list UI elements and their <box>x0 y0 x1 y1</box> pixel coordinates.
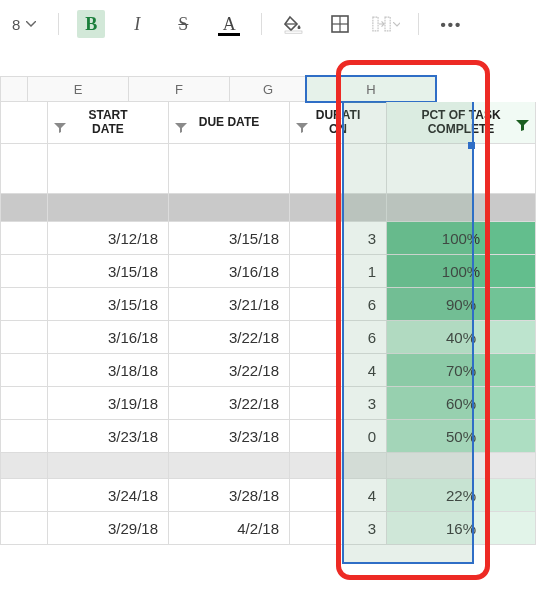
row-gutter[interactable] <box>0 453 48 479</box>
cell-due[interactable] <box>169 144 290 194</box>
cell-start[interactable]: 3/15/18 <box>48 288 169 321</box>
cell-dur[interactable]: 1 <box>290 255 387 288</box>
cell-dur[interactable] <box>290 144 387 194</box>
cell-due[interactable]: 3/15/18 <box>169 222 290 255</box>
cell-dur[interactable] <box>290 194 387 222</box>
text-color-button[interactable]: A <box>215 10 243 38</box>
separator <box>58 13 59 35</box>
cell-due[interactable]: 3/28/18 <box>169 479 290 512</box>
row-gutter[interactable] <box>0 144 48 194</box>
strikethrough-button[interactable]: S <box>169 10 197 38</box>
cell-start[interactable] <box>48 194 169 222</box>
row-gutter[interactable] <box>0 420 48 453</box>
cell-due[interactable]: 3/16/18 <box>169 255 290 288</box>
cell-start[interactable]: 3/15/18 <box>48 255 169 288</box>
cell-pct[interactable] <box>387 144 536 194</box>
header-row: START DATE DUE DATE DURATI ON PCT OF TAS… <box>0 102 542 144</box>
col-header-E[interactable]: E <box>28 76 129 102</box>
cell-dur[interactable]: 4 <box>290 354 387 387</box>
cell-dur[interactable] <box>290 453 387 479</box>
table-row: 3/19/183/22/18360% <box>0 387 542 420</box>
cell-dur[interactable]: 3 <box>290 387 387 420</box>
cell-dur[interactable]: 4 <box>290 479 387 512</box>
header-start-date[interactable]: START DATE <box>48 102 169 144</box>
cell-start[interactable]: 3/18/18 <box>48 354 169 387</box>
table-row: 3/24/183/28/18422% <box>0 479 542 512</box>
header-pct-complete[interactable]: PCT OF TASK COMPLETE <box>387 102 536 144</box>
cell-start[interactable]: 3/19/18 <box>48 387 169 420</box>
cell-pct[interactable]: 22% <box>387 479 536 512</box>
row-gutter[interactable] <box>0 102 48 144</box>
cell-dur[interactable]: 0 <box>290 420 387 453</box>
spreadsheet-grid[interactable]: E F G H START DATE DUE DATE DURATI ON PC… <box>0 76 542 545</box>
filter-active-icon[interactable] <box>516 120 529 135</box>
cell-pct[interactable]: 100% <box>387 222 536 255</box>
rowcol-corner[interactable] <box>0 76 28 102</box>
table-row: 3/15/183/21/18690% <box>0 288 542 321</box>
cell-pct[interactable] <box>387 453 536 479</box>
toolbar: 8 B I S A ••• <box>0 0 542 48</box>
cell-due[interactable] <box>169 453 290 479</box>
cell-pct[interactable]: 60% <box>387 387 536 420</box>
cell-start[interactable] <box>48 453 169 479</box>
paint-bucket-icon <box>284 14 304 34</box>
row-gutter[interactable] <box>0 387 48 420</box>
cell-due[interactable] <box>169 194 290 222</box>
italic-button[interactable]: I <box>123 10 151 38</box>
cell-due[interactable]: 3/21/18 <box>169 288 290 321</box>
column-headers: E F G H <box>0 76 542 102</box>
row-gutter[interactable] <box>0 354 48 387</box>
separator <box>418 13 419 35</box>
cell-start[interactable]: 3/29/18 <box>48 512 169 545</box>
font-size-selector[interactable]: 8 <box>8 14 40 35</box>
bold-button[interactable]: B <box>77 10 105 38</box>
cell-start[interactable] <box>48 144 169 194</box>
cell-due[interactable]: 3/22/18 <box>169 354 290 387</box>
cell-start[interactable]: 3/12/18 <box>48 222 169 255</box>
header-due-date[interactable]: DUE DATE <box>169 102 290 144</box>
cell-due[interactable]: 3/23/18 <box>169 420 290 453</box>
borders-icon <box>331 15 349 33</box>
cell-pct[interactable]: 100% <box>387 255 536 288</box>
cell-pct[interactable] <box>387 194 536 222</box>
row-gutter[interactable] <box>0 321 48 354</box>
table-row: 3/29/184/2/18316% <box>0 512 542 545</box>
row-gutter[interactable] <box>0 288 48 321</box>
table-row: 3/15/183/16/181100% <box>0 255 542 288</box>
col-header-G[interactable]: G <box>230 76 307 102</box>
col-header-F[interactable]: F <box>129 76 230 102</box>
cell-pct[interactable]: 70% <box>387 354 536 387</box>
row-gutter[interactable] <box>0 194 48 222</box>
table-row <box>0 194 542 222</box>
filter-icon[interactable] <box>175 123 187 133</box>
cell-dur[interactable]: 3 <box>290 512 387 545</box>
more-button[interactable]: ••• <box>437 10 465 38</box>
header-duration[interactable]: DURATI ON <box>290 102 387 144</box>
svg-rect-4 <box>373 17 378 31</box>
cell-pct[interactable]: 90% <box>387 288 536 321</box>
cell-dur[interactable]: 6 <box>290 321 387 354</box>
row-gutter[interactable] <box>0 255 48 288</box>
table-row <box>0 144 542 194</box>
row-gutter[interactable] <box>0 222 48 255</box>
cell-dur[interactable]: 3 <box>290 222 387 255</box>
cell-dur[interactable]: 6 <box>290 288 387 321</box>
merge-cells-button[interactable] <box>372 10 400 38</box>
cell-start[interactable]: 3/16/18 <box>48 321 169 354</box>
filter-icon[interactable] <box>54 123 66 133</box>
col-header-H[interactable]: H <box>307 76 436 102</box>
cell-due[interactable]: 3/22/18 <box>169 387 290 420</box>
cell-pct[interactable]: 50% <box>387 420 536 453</box>
cell-start[interactable]: 3/23/18 <box>48 420 169 453</box>
cell-pct[interactable]: 16% <box>387 512 536 545</box>
cell-pct[interactable]: 40% <box>387 321 536 354</box>
row-gutter[interactable] <box>0 512 48 545</box>
data-rows: 3/12/183/15/183100%3/15/183/16/181100%3/… <box>0 144 542 545</box>
cell-start[interactable]: 3/24/18 <box>48 479 169 512</box>
borders-button[interactable] <box>326 10 354 38</box>
cell-due[interactable]: 3/22/18 <box>169 321 290 354</box>
cell-due[interactable]: 4/2/18 <box>169 512 290 545</box>
fill-color-button[interactable] <box>280 10 308 38</box>
filter-icon[interactable] <box>296 123 308 133</box>
row-gutter[interactable] <box>0 479 48 512</box>
